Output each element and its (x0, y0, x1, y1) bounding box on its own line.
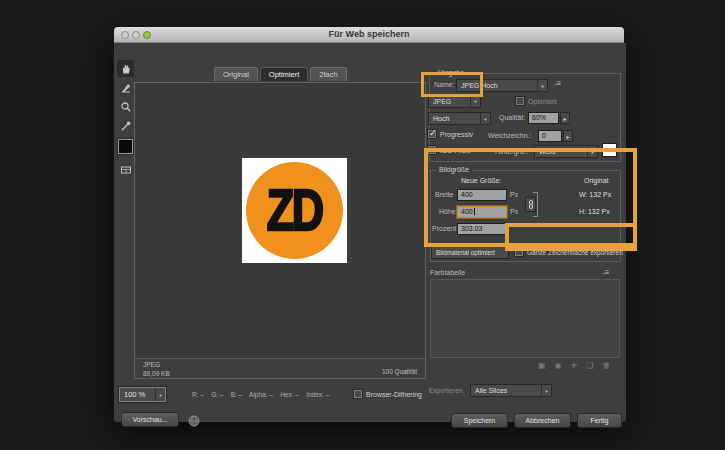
color-table-area[interactable] (430, 279, 620, 358)
progressive-label: Progressiv (440, 131, 473, 138)
preset-menu-icon[interactable]: -≡ (554, 79, 561, 88)
export-select[interactable]: Alle Slices (470, 384, 552, 397)
color-table-menu-icon[interactable]: -≡ (602, 268, 609, 277)
quality-field[interactable]: 60% (528, 112, 559, 124)
preview-box: ZD JPEG89,09 KB 100 Qualität (134, 82, 426, 379)
toggle-slices-visibility[interactable] (117, 161, 134, 178)
format-value: JPEG (429, 98, 470, 105)
checkbox-icon[interactable] (516, 97, 524, 105)
map-transparency-icon[interactable]: ▣ (538, 361, 546, 370)
hand-icon (120, 63, 132, 75)
quality-preset-select[interactable]: Hoch (428, 112, 491, 125)
file-size-label: 89,09 KB (143, 370, 170, 377)
zoom-level-value: 100 % (120, 390, 155, 399)
color-table-title: Farbtabelle (430, 269, 465, 276)
tab-optimized[interactable]: Optimiert (260, 67, 308, 81)
progressive-checkbox[interactable]: Progressiv (428, 130, 473, 138)
quality-preset-value: Hoch (429, 115, 480, 122)
window-title: Für Web speichern (114, 29, 624, 39)
blur-slider-button[interactable] (563, 130, 573, 142)
blur-label: Weichzeichn.: (488, 132, 531, 139)
optimized-label: Optimiert (528, 98, 556, 105)
slice-select-tool[interactable] (117, 79, 134, 96)
eyedropper-icon (120, 120, 132, 132)
zoom-level-select[interactable]: 100 % (119, 387, 166, 402)
export-label: Exportieren: (429, 387, 464, 394)
preview-tabs: Original Optimiert 2fach (214, 67, 347, 81)
optimized-checkbox[interactable]: Optimiert (516, 97, 556, 105)
cancel-button[interactable]: Abbrechen (514, 413, 571, 428)
new-color-icon[interactable]: ❏ (586, 361, 593, 370)
quality-label: Qualität: (499, 114, 525, 121)
quality-slider-button[interactable] (560, 112, 570, 124)
chevron-down-icon (155, 388, 165, 401)
chevron-down-icon (480, 113, 490, 124)
optimize-artwork-value: Bildmaterial optimiert (432, 249, 508, 256)
titlebar[interactable]: Für Web speichern (114, 27, 624, 43)
preview-status-bar: JPEG89,09 KB 100 Qualität (135, 358, 425, 378)
format-label: JPEG (143, 361, 160, 368)
eyedropper-color-swatch[interactable] (118, 139, 133, 154)
add-color-icon[interactable]: ✛ (571, 361, 578, 370)
quality-info-label: 100 Qualität (382, 368, 417, 375)
magnifier-icon (120, 101, 132, 113)
browser-dithering-checkbox[interactable]: Browser-Dithering (354, 390, 422, 398)
browser-preview-globe-icon[interactable] (188, 413, 200, 431)
logo-circle: ZD (246, 162, 343, 259)
tab-2up[interactable]: 2fach (310, 67, 346, 81)
highlight-export-artboard-checkbox (505, 223, 637, 251)
eyedropper-tool[interactable] (117, 117, 134, 134)
preview-button[interactable]: Vorschau... (121, 412, 179, 427)
save-button[interactable]: Speichern (451, 413, 508, 428)
export-value: Alle Slices (471, 387, 541, 394)
done-button[interactable]: Fertig (577, 413, 622, 428)
logo-text: ZD (267, 177, 322, 243)
page-background: { "window": { "title": "Für Web speicher… (0, 0, 725, 450)
slices-visibility-icon (120, 164, 132, 176)
delete-color-icon[interactable]: 🗑 (602, 361, 610, 370)
color-table-actions: ▣ ◉ ✛ ❏ 🗑 (538, 361, 610, 370)
format-and-size: JPEG89,09 KB (143, 361, 170, 379)
lock-color-icon[interactable]: ◉ (555, 361, 562, 370)
chevron-down-icon (541, 385, 551, 396)
browser-dithering-label: Browser-Dithering (366, 391, 422, 398)
preview-image: ZD (242, 158, 347, 263)
hand-tool[interactable] (117, 60, 134, 77)
zoom-tool[interactable] (117, 98, 134, 115)
highlight-format-select (421, 72, 483, 97)
preview-canvas[interactable]: ZD (135, 83, 425, 359)
optimize-artwork-select[interactable]: Bildmaterial optimiert (431, 245, 509, 259)
tab-original[interactable]: Original (214, 67, 258, 81)
checkbox-checked-icon[interactable] (428, 130, 436, 138)
chevron-down-icon (537, 80, 547, 91)
color-readout: R: – G: – B: – Alpha: – Hex: – Index: – (192, 391, 329, 398)
slice-select-icon (120, 82, 132, 94)
blur-field[interactable]: 0 (538, 130, 562, 142)
checkbox-icon[interactable] (354, 390, 362, 398)
